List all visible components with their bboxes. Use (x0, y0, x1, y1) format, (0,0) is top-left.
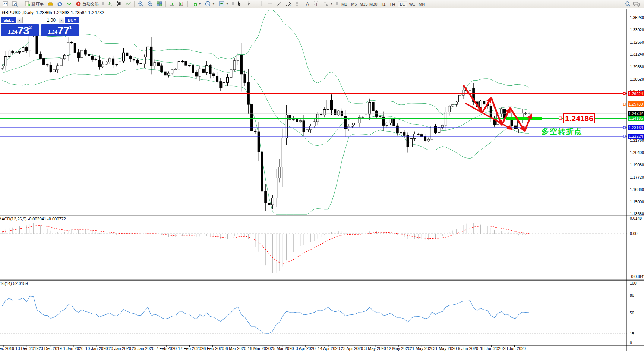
toolbar-right (625, 1, 643, 7)
tf-d1[interactable]: D1 (398, 1, 407, 7)
macd-axis-label: 0.0148 (630, 216, 642, 220)
timeframe-group: M1 M5 M15 M30 H1 H4 D1 W1 MN (340, 1, 427, 7)
date-axis-label: 17 Feb 2020 (178, 346, 201, 351)
vertical-line-button[interactable] (257, 1, 265, 7)
rsi-axis-label: 100 (630, 281, 637, 285)
gold-button[interactable] (46, 1, 55, 7)
tf-h4[interactable]: H4 (388, 1, 398, 7)
data-window-button[interactable] (10, 1, 19, 7)
price-axis-label: 1.20400 (630, 150, 644, 155)
date-axis-label: 10 Jan 2020 (85, 346, 108, 351)
tf-m30[interactable]: M30 (369, 1, 378, 7)
indicators-button[interactable]: ▼ (190, 1, 203, 7)
label-icon: T (314, 1, 319, 7)
cursor-icon (237, 1, 242, 7)
horizontal-price-lines[interactable] (0, 93, 627, 138)
tf-m1[interactable]: M1 (340, 1, 349, 7)
buy-price-sup: 1 (69, 25, 72, 30)
tf-mn[interactable]: MN (417, 1, 427, 7)
macd-axis-label: 0.00 (630, 231, 637, 236)
volume-increase-button[interactable]: ▲ (59, 17, 64, 23)
chart-area[interactable]: GBPUSD-,Daily 1.23865 1.24893 1.23584 1.… (0, 9, 644, 351)
toolbar-drag-handle[interactable] (232, 1, 234, 7)
volume-input[interactable] (23, 17, 58, 23)
rsi-axis-label: 15 (630, 332, 634, 336)
price-tag-1.26924: 1.26924 (628, 91, 644, 96)
callout-anchor[interactable] (559, 117, 562, 119)
caret-up-icon: ▲ (60, 19, 63, 22)
tile-windows-button[interactable] (155, 1, 164, 7)
price-axis-label: 1.16360 (630, 187, 644, 192)
shapes-button[interactable]: ▼ (322, 1, 335, 7)
price-axis-label: 1.31240 (630, 52, 644, 56)
signals-button[interactable] (65, 1, 73, 7)
cursor-button[interactable] (235, 1, 244, 7)
zoom-in-button[interactable] (136, 1, 145, 7)
text-icon: A (305, 1, 310, 7)
toolbar-drag-handle[interactable] (336, 1, 338, 7)
date-axis-label: 16 Mar 2020 (247, 346, 271, 351)
chart-canvas[interactable] (0, 9, 644, 351)
templates-button[interactable]: ▼ (217, 1, 230, 7)
macd-axis-label: -0.038415 (630, 274, 644, 279)
label-button[interactable]: T (312, 1, 321, 7)
search-icon[interactable] (625, 1, 631, 7)
chat-icon[interactable] (633, 1, 640, 7)
date-axis-label: 25 Mar 2020 (271, 346, 294, 351)
charts-button[interactable] (1, 1, 10, 7)
tf-w1[interactable]: W1 (407, 1, 417, 7)
sell-price-small: 1.24 (8, 29, 17, 35)
sell-price-button[interactable]: 1.24 73 2 (1, 24, 39, 36)
periods-button[interactable]: ▼ (203, 1, 217, 7)
channel-button[interactable]: E (284, 1, 293, 7)
volume-decrease-button[interactable]: ▼ (17, 17, 23, 23)
line-anchor-marker[interactable] (623, 103, 625, 105)
candlestick-button[interactable] (114, 1, 123, 7)
price-callout-label[interactable]: 1.24186 (563, 113, 595, 123)
crosshair-button[interactable] (244, 1, 253, 7)
price-tag-1.22224: 1.22224 (628, 134, 644, 139)
bar-chart-button[interactable] (105, 1, 114, 7)
rsi-label: RSI(14) 52.0159 (0, 281, 28, 286)
tf-m5[interactable]: M5 (349, 1, 359, 7)
zigzag-arrow[interactable] (525, 114, 531, 131)
rsi-axis-label: 0 (630, 341, 632, 345)
support-bar[interactable] (506, 117, 542, 120)
bar-chart-icon (107, 1, 112, 7)
dropdown-caret: ▼ (330, 2, 333, 6)
toolbar-drag-handle[interactable] (102, 1, 104, 7)
date-axis-label: 14 Apr 2020 (318, 346, 340, 351)
gold-icon (47, 1, 53, 7)
price-tag-1.24732: 1.24732 (628, 111, 644, 116)
line-chart-button[interactable] (124, 1, 132, 7)
date-axis-label: 18 Jun 2020 (480, 346, 503, 351)
autoscroll-button[interactable] (168, 1, 176, 7)
fibonacci-button[interactable]: F (294, 1, 303, 7)
tf-m15[interactable]: M15 (359, 1, 369, 7)
community-button[interactable] (56, 1, 64, 7)
trendline-button[interactable] (275, 1, 284, 7)
svg-text:A: A (306, 1, 309, 7)
price-axis-label: 1.28520 (630, 77, 644, 81)
line-anchor-marker[interactable] (623, 135, 625, 137)
price-tag-1.25739: 1.25739 (628, 101, 644, 107)
zoom-out-button[interactable] (146, 1, 154, 7)
sell-price-sup: 2 (29, 25, 32, 30)
text-button[interactable]: A (304, 1, 312, 7)
chart-shift-button[interactable] (177, 1, 186, 7)
buy-price-button[interactable]: 1.24 77 1 (41, 24, 79, 36)
line-anchor-marker[interactable] (623, 93, 625, 95)
price-axis-label: 1.19080 (630, 163, 644, 167)
buy-button[interactable]: BUY (65, 17, 79, 23)
autotrading-button[interactable]: 自动交易 (74, 1, 100, 7)
line-anchor-marker[interactable] (623, 126, 625, 129)
horizontal-line-button[interactable] (266, 1, 274, 7)
price-axis-label: 1.13680 (630, 211, 644, 216)
sell-button[interactable]: SELL (1, 17, 16, 23)
tf-h1[interactable]: H1 (378, 1, 388, 7)
vertical-line-icon (259, 1, 263, 7)
mt4-terminal: 新订单 自动交易 ▼ ▼ ▼ E F A T ▼ (0, 0, 644, 351)
new-order-button[interactable]: 新订单 (23, 1, 45, 7)
turning-point-note[interactable]: 多空转折点 (542, 126, 583, 137)
dropdown-caret: ▼ (226, 2, 229, 6)
